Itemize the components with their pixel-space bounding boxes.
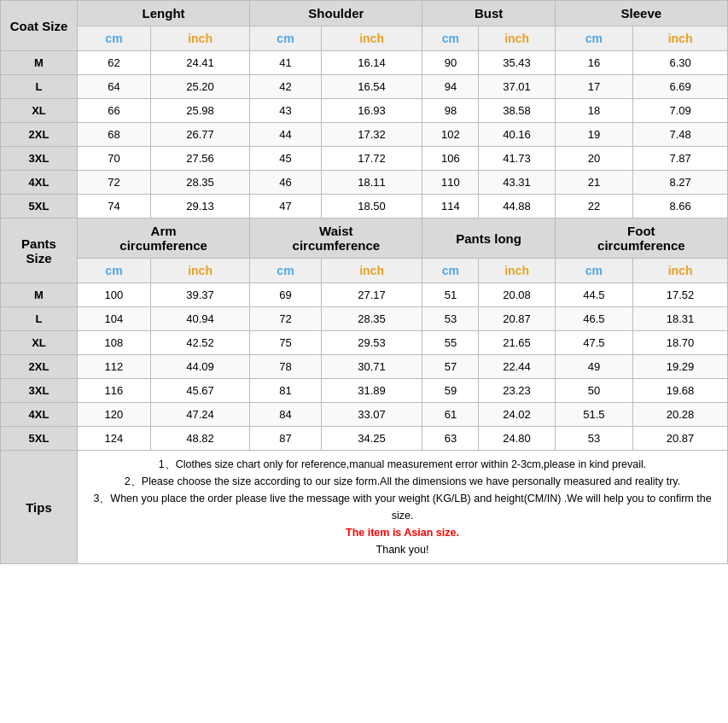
pants-arm-inch: inch bbox=[150, 259, 249, 283]
coat-len-in-val: 24.41 bbox=[150, 51, 249, 75]
coat-bust-cm-val: 106 bbox=[422, 147, 479, 171]
pants-foot-cm-val: 46.5 bbox=[555, 307, 632, 331]
coat-len-in-val: 25.20 bbox=[150, 75, 249, 99]
pants-data-row: XL 108 42.52 75 29.53 55 21.65 47.5 18.7… bbox=[1, 331, 728, 355]
coat-size-cell: XL bbox=[1, 99, 78, 123]
coat-len-in-val: 28.35 bbox=[150, 171, 249, 195]
coat-bust-cm-val: 102 bbox=[422, 123, 479, 147]
coat-slv-in-val: 8.27 bbox=[633, 171, 728, 195]
pants-foot-cm-val: 44.5 bbox=[555, 283, 632, 307]
pants-foot-in-val: 18.70 bbox=[633, 331, 728, 355]
tips-line: 3、When you place the order please live t… bbox=[81, 490, 724, 524]
coat-subheader-row: cm inch cm inch cm inch cm inch bbox=[1, 26, 728, 51]
coat-data-row: 2XL 68 26.77 44 17.32 102 40.16 19 7.48 bbox=[1, 123, 728, 147]
coat-col-bust: Bust bbox=[422, 1, 555, 26]
coat-data-row: 3XL 70 27.56 45 17.72 106 41.73 20 7.87 bbox=[1, 147, 728, 171]
pants-waist-cm-val: 84 bbox=[250, 403, 321, 427]
pants-col-pantslong: Pants long bbox=[422, 219, 555, 259]
coat-size-cell: 5XL bbox=[1, 195, 78, 219]
tips-line: The item is Asian size. bbox=[81, 524, 724, 541]
pants-pant-cm-val: 55 bbox=[422, 331, 479, 355]
coat-bust-cm-val: 94 bbox=[422, 75, 479, 99]
pants-arm-in-val: 48.82 bbox=[150, 427, 249, 451]
pants-waist-in-val: 34.25 bbox=[321, 427, 422, 451]
coat-data-row: XL 66 25.98 43 16.93 98 38.58 18 7.09 bbox=[1, 99, 728, 123]
pants-waist-in-val: 28.35 bbox=[321, 307, 422, 331]
coat-slv-cm-val: 19 bbox=[555, 123, 632, 147]
pants-pant-in-val: 20.08 bbox=[479, 283, 555, 307]
coat-bust-cm-val: 90 bbox=[422, 51, 479, 75]
pants-data-row: 5XL 124 48.82 87 34.25 63 24.80 53 20.87 bbox=[1, 427, 728, 451]
coat-len-in-val: 29.13 bbox=[150, 195, 249, 219]
coat-len-cm-val: 62 bbox=[78, 51, 151, 75]
coat-bust-cm-val: 98 bbox=[422, 99, 479, 123]
coat-len-cm-val: 64 bbox=[78, 75, 151, 99]
pants-data-row: 3XL 116 45.67 81 31.89 59 23.23 50 19.68 bbox=[1, 379, 728, 403]
coat-data-row: M 62 24.41 41 16.14 90 35.43 16 6.30 bbox=[1, 51, 728, 75]
pants-subheader-row: cm inch cm inch cm inch cm inch bbox=[1, 259, 728, 283]
pants-pant-in-val: 20.87 bbox=[479, 307, 555, 331]
coat-slv-in-val: 7.48 bbox=[633, 123, 728, 147]
pants-size-cell: 2XL bbox=[1, 355, 78, 379]
coat-bust-cm: cm bbox=[422, 26, 479, 51]
pants-waist-cm-val: 78 bbox=[250, 355, 321, 379]
coat-bust-in-val: 40.16 bbox=[479, 123, 555, 147]
pants-size-cell: M bbox=[1, 283, 78, 307]
pants-foot-in-val: 18.31 bbox=[633, 307, 728, 331]
tips-content: 1、Clothes size chart only for reference,… bbox=[78, 451, 728, 564]
pants-pant-in-val: 23.23 bbox=[479, 379, 555, 403]
coat-size-cell: 2XL bbox=[1, 123, 78, 147]
coat-shou-in-val: 16.93 bbox=[321, 99, 422, 123]
coat-shou-in-val: 17.32 bbox=[321, 123, 422, 147]
coat-slv-inch: inch bbox=[633, 26, 728, 51]
tips-label: Tips bbox=[1, 451, 78, 564]
coat-len-cm-val: 74 bbox=[78, 195, 151, 219]
coat-slv-cm-val: 20 bbox=[555, 147, 632, 171]
pants-header-row: Pants Size Arm circumference Waist circu… bbox=[1, 219, 728, 259]
pants-arm-cm-val: 112 bbox=[78, 355, 151, 379]
coat-shou-cm-val: 46 bbox=[250, 171, 321, 195]
coat-slv-cm-val: 22 bbox=[555, 195, 632, 219]
coat-len-cm: cm bbox=[78, 26, 151, 51]
coat-bust-inch: inch bbox=[479, 26, 555, 51]
coat-shou-cm-val: 47 bbox=[250, 195, 321, 219]
coat-bust-in-val: 43.31 bbox=[479, 171, 555, 195]
coat-shou-cm-val: 43 bbox=[250, 99, 321, 123]
coat-bust-in-val: 44.88 bbox=[479, 195, 555, 219]
pants-pant-in-val: 24.02 bbox=[479, 403, 555, 427]
pants-arm-in-val: 45.67 bbox=[150, 379, 249, 403]
coat-shou-in-val: 16.54 bbox=[321, 75, 422, 99]
pants-size-cell: 5XL bbox=[1, 427, 78, 451]
coat-len-cm-val: 70 bbox=[78, 147, 151, 171]
coat-slv-cm-val: 18 bbox=[555, 99, 632, 123]
pants-pant-cm-val: 61 bbox=[422, 403, 479, 427]
coat-shou-inch: inch bbox=[321, 26, 422, 51]
pants-pant-in-val: 21.65 bbox=[479, 331, 555, 355]
coat-bust-cm-val: 110 bbox=[422, 171, 479, 195]
pants-waist-cm-val: 72 bbox=[250, 307, 321, 331]
pants-pant-cm-val: 63 bbox=[422, 427, 479, 451]
pants-pant-in-val: 24.80 bbox=[479, 427, 555, 451]
pants-section-label: Pants Size bbox=[1, 219, 78, 283]
coat-size-cell: M bbox=[1, 51, 78, 75]
pants-pant-cm-val: 53 bbox=[422, 307, 479, 331]
pants-size-cell: 4XL bbox=[1, 403, 78, 427]
coat-bust-in-val: 37.01 bbox=[479, 75, 555, 99]
coat-data-row: 4XL 72 28.35 46 18.11 110 43.31 21 8.27 bbox=[1, 171, 728, 195]
coat-col-lenght: Lenght bbox=[78, 1, 250, 26]
coat-len-cm-val: 68 bbox=[78, 123, 151, 147]
pants-waist-cm: cm bbox=[250, 259, 321, 283]
pants-foot-cm: cm bbox=[555, 259, 632, 283]
pants-foot-in-val: 20.87 bbox=[633, 427, 728, 451]
pants-size-cell: L bbox=[1, 307, 78, 331]
pants-size-cell: XL bbox=[1, 331, 78, 355]
coat-col-shoulder: Shoulder bbox=[250, 1, 422, 26]
coat-shou-cm-val: 45 bbox=[250, 147, 321, 171]
pants-pant-in-val: 22.44 bbox=[479, 355, 555, 379]
pants-foot-in-val: 20.28 bbox=[633, 403, 728, 427]
coat-slv-in-val: 7.87 bbox=[633, 147, 728, 171]
pants-arm-cm-val: 100 bbox=[78, 283, 151, 307]
pants-foot-cm-val: 49 bbox=[555, 355, 632, 379]
coat-shou-cm-val: 44 bbox=[250, 123, 321, 147]
pants-arm-cm-val: 108 bbox=[78, 331, 151, 355]
